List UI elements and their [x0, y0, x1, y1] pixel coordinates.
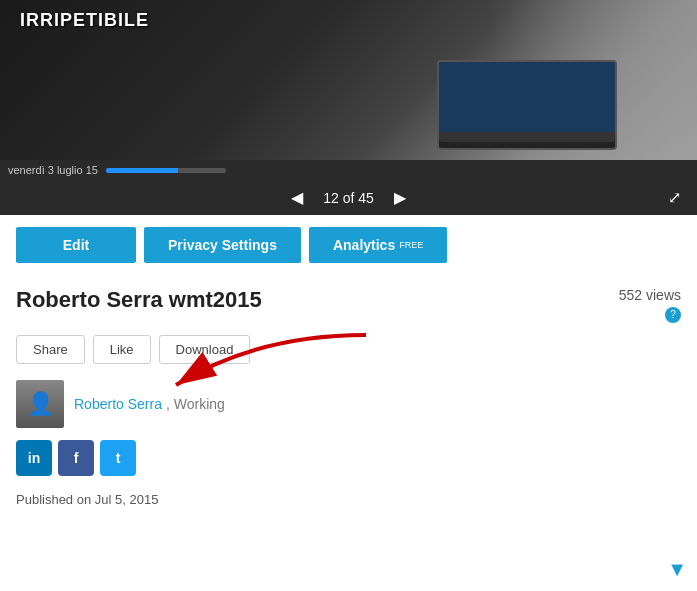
laptop-shape	[437, 60, 617, 150]
bottom-caret[interactable]: ▼	[667, 558, 687, 581]
author-status: , Working	[166, 396, 225, 412]
author-section: 👤 Roberto Serra , Working	[16, 380, 681, 428]
share-button[interactable]: Share	[16, 335, 85, 364]
progress-fill	[106, 168, 178, 173]
privacy-settings-button[interactable]: Privacy Settings	[144, 227, 301, 263]
free-badge: FREE	[399, 240, 423, 250]
avatar-image: 👤	[16, 380, 64, 428]
social-buttons: in f t	[16, 440, 681, 476]
linkedin-button[interactable]: in	[16, 440, 52, 476]
date-label: venerdì 3 luglio 15	[8, 164, 98, 176]
author-avatar: 👤	[16, 380, 64, 428]
views-count: 552 views	[619, 287, 681, 303]
video-title-row: Roberto Serra wmt2015 552 views ?	[16, 287, 681, 323]
twitter-button[interactable]: t	[100, 440, 136, 476]
share-buttons: Share Like Download	[16, 335, 681, 364]
analytics-button[interactable]: Analytics FREE	[309, 227, 447, 263]
content-area: Roberto Serra wmt2015 552 views ? Share …	[0, 275, 697, 519]
published-date: Published on Jul 5, 2015	[16, 492, 681, 507]
nav-bar: ◀ 12 of 45 ▶ ⤢	[0, 180, 697, 215]
author-info: Roberto Serra , Working	[74, 396, 681, 412]
author-name[interactable]: Roberto Serra	[74, 396, 162, 412]
video-main-title: Roberto Serra wmt2015	[16, 287, 262, 313]
date-bar: venerdì 3 luglio 15	[0, 160, 697, 180]
facebook-button[interactable]: f	[58, 440, 94, 476]
video-thumbnail: IRRIPETIBILE	[0, 0, 697, 160]
prev-arrow[interactable]: ◀	[291, 188, 303, 207]
video-title-overlay: IRRIPETIBILE	[20, 10, 149, 31]
edit-button[interactable]: Edit	[16, 227, 136, 263]
analytics-label: Analytics	[333, 237, 395, 253]
action-buttons: Edit Privacy Settings Analytics FREE	[0, 215, 697, 275]
views-section: 552 views ?	[619, 287, 681, 323]
progress-bar	[106, 168, 226, 173]
like-button[interactable]: Like	[93, 335, 151, 364]
help-icon[interactable]: ?	[665, 307, 681, 323]
fullscreen-button[interactable]: ⤢	[668, 188, 681, 207]
download-button[interactable]: Download	[159, 335, 251, 364]
nav-counter: 12 of 45	[323, 190, 374, 206]
next-arrow[interactable]: ▶	[394, 188, 406, 207]
